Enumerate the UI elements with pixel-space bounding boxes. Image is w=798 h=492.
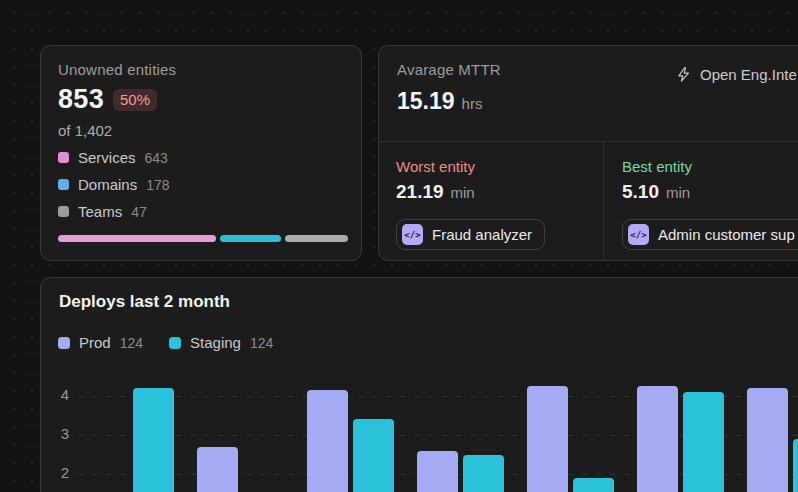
chart-legend-item-staging-swatch — [169, 337, 181, 349]
mttr-value: 15.19 — [397, 88, 455, 115]
bar-staging-group7 — [793, 439, 798, 492]
unowned-total: of 1,402 — [58, 122, 112, 139]
stacked-bar-segment-teams — [285, 235, 348, 242]
y-axis-tick-2: 2 — [41, 464, 69, 481]
worst-entity-section: Worst entity 21.19 min </> Fraud analyze… — [379, 142, 603, 260]
mttr-unit: hrs — [462, 95, 483, 112]
legend-item-services-swatch — [58, 152, 69, 163]
best-entity-chip-label: Admin customer sup — [658, 226, 795, 243]
bar-staging-group1 — [133, 388, 174, 492]
legend-item-services: Services643 — [58, 148, 170, 167]
legend-item-domains-label: Domains — [78, 176, 137, 193]
legend-item-services-label: Services — [78, 149, 136, 166]
unowned-percent-badge: 50% — [113, 89, 157, 111]
y-axis-tick-3: 3 — [41, 425, 69, 442]
chart-legend-item-staging[interactable]: Staging124 — [169, 333, 273, 352]
chart-legend-item-prod-label: Prod — [79, 334, 111, 351]
bar-prod-group3 — [307, 390, 348, 492]
lightning-icon — [675, 66, 692, 83]
bar-prod-group4 — [417, 451, 458, 492]
legend-item-domains-value: 178 — [146, 177, 169, 193]
best-entity-value: 5.10 — [622, 181, 659, 203]
best-entity-label: Best entity — [622, 158, 798, 175]
worst-entity-value: 21.19 — [396, 181, 444, 203]
unowned-count: 853 — [58, 84, 104, 115]
bar-staging-group3 — [353, 419, 394, 492]
legend-item-services-value: 643 — [145, 150, 168, 166]
bar-staging-group5 — [573, 478, 614, 492]
best-entity-section: Best entity 5.10 min </> Admin customer … — [604, 142, 798, 260]
best-entity-chip[interactable]: </> Admin customer sup — [622, 219, 798, 250]
chart-legend: Prod124Staging124 — [58, 333, 273, 352]
legend-item-domains-swatch — [58, 179, 69, 190]
chart-legend-item-staging-label: Staging — [190, 334, 241, 351]
deploys-chart-card: Deploys last 2 month Prod124Staging124 4… — [40, 277, 798, 492]
y-axis-tick-4: 4 — [41, 386, 69, 403]
bar-prod-group6 — [637, 386, 678, 492]
legend-item-teams-swatch — [58, 206, 69, 217]
card-title: Unowned entities — [58, 61, 176, 78]
chart-legend-item-prod[interactable]: Prod124 — [58, 333, 143, 352]
chart-legend-item-staging-value: 124 — [250, 335, 273, 351]
bar-staging-group4 — [463, 455, 504, 492]
legend-item-domains: Domains178 — [58, 175, 170, 194]
stacked-bar-segment-services — [58, 235, 216, 242]
card-title: Avarage MTTR — [397, 61, 501, 78]
best-entity-unit: min — [666, 184, 690, 201]
unowned-stacked-bar — [58, 235, 348, 242]
legend-item-teams: Teams47 — [58, 202, 170, 221]
unowned-legend: Services643Domains178Teams47 — [58, 148, 170, 221]
code-icon: </> — [402, 224, 423, 245]
worst-entity-label: Worst entity — [396, 158, 586, 175]
worst-entity-chip-label: Fraud analyzer — [432, 226, 532, 243]
bar-prod-group7 — [747, 388, 788, 492]
worst-entity-chip[interactable]: </> Fraud analyzer — [396, 219, 545, 250]
open-eng-intelligence-label: Open Eng.Inte — [700, 66, 797, 83]
unowned-entities-card: Unowned entities 853 50% of 1,402 Servic… — [40, 45, 362, 261]
bar-prod-group5 — [527, 386, 568, 492]
chart-title: Deploys last 2 month — [59, 292, 230, 312]
legend-item-teams-value: 47 — [131, 204, 147, 220]
worst-entity-unit: min — [451, 184, 475, 201]
code-icon: </> — [628, 224, 649, 245]
mttr-card: Avarage MTTR 15.19 hrs Open Eng.Inte Wor… — [378, 45, 798, 261]
legend-item-teams-label: Teams — [78, 203, 122, 220]
chart-legend-item-prod-swatch — [58, 337, 70, 349]
bar-staging-group6 — [683, 392, 724, 492]
stacked-bar-segment-domains — [220, 235, 281, 242]
bar-prod-group2 — [197, 447, 238, 492]
chart-legend-item-prod-value: 124 — [120, 335, 143, 351]
open-eng-intelligence-link[interactable]: Open Eng.Inte — [675, 66, 797, 83]
